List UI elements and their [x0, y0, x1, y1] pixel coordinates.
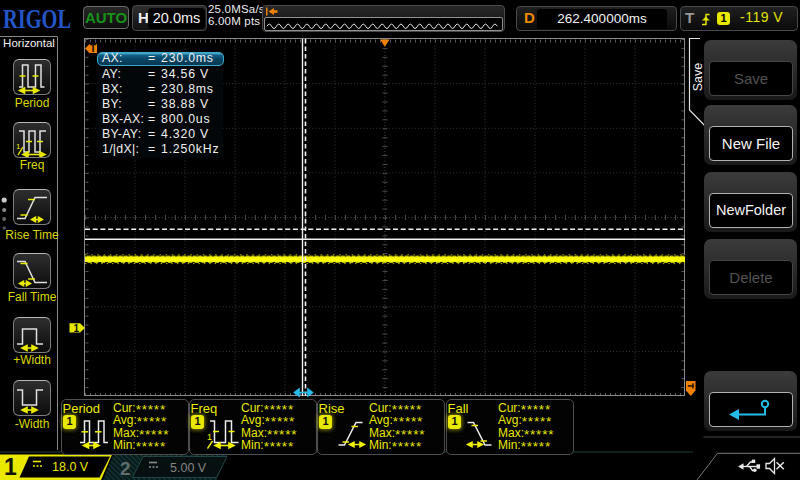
svg-text:1: 1	[207, 432, 212, 442]
svg-text:1: 1	[74, 323, 80, 334]
svg-text:1: 1	[16, 142, 21, 151]
svg-text:T: T	[90, 42, 97, 54]
